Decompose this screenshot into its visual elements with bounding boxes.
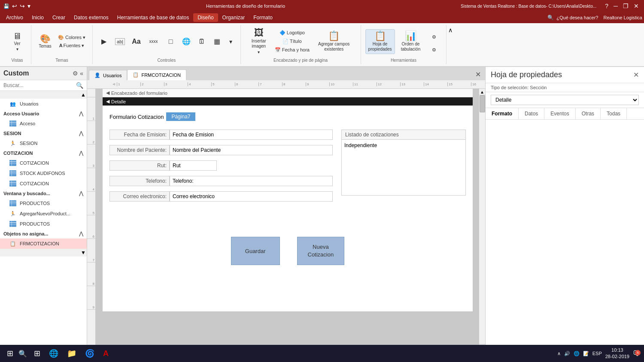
btn-guardar[interactable]: Guardar: [231, 237, 280, 265]
ribbon-collapse-btn[interactable]: ∧: [447, 25, 454, 35]
imagen-dropdown[interactable]: ▾: [258, 50, 260, 54]
ribbon-btn-colores[interactable]: 🎨 Colores ▾: [55, 34, 88, 41]
tab-close-main[interactable]: ✕: [473, 69, 483, 80]
panel-settings-icon[interactable]: ⚙: [73, 70, 78, 77]
taskbar-search-icon[interactable]: 🔍: [18, 350, 27, 358]
nav-item-agregar[interactable]: 🏃 AgregarNuevoProduct...: [0, 208, 87, 219]
ribbon-btn-fuentes[interactable]: A Fuentes ▾: [55, 42, 88, 49]
ribbon-btn-insertar-imagen[interactable]: 🖼 Insertarimagen ▾: [249, 27, 269, 56]
properties-tab-datos[interactable]: Datos: [519, 108, 544, 119]
ribbon-btn-tool1[interactable]: ⚙: [426, 29, 442, 45]
menu-archivo[interactable]: Archivo: [2, 13, 27, 22]
scroll-thumb[interactable]: [480, 95, 485, 112]
nav-scroll-down[interactable]: ▼: [81, 250, 86, 256]
ribbon-btn-logotipo[interactable]: 🔷 Logotipo: [272, 29, 312, 36]
chevron-icon: ⋀: [79, 111, 83, 117]
properties-tab-eventos[interactable]: Eventos: [544, 108, 575, 119]
nav-section-ventana[interactable]: Ventana y buscado... ⋀: [0, 189, 87, 198]
tab-usuarios[interactable]: 👤 Usuarios: [89, 70, 127, 80]
ribbon-btn-orden-tabulacion[interactable]: 📊 Orden detabulación: [398, 30, 423, 54]
nav-item-productos-1[interactable]: PRODUCTOS: [0, 198, 87, 208]
menu-diseno[interactable]: Diseño: [193, 13, 218, 22]
close-button[interactable]: ✕: [632, 3, 641, 9]
taskbar-item-access[interactable]: A: [100, 347, 112, 360]
help-button[interactable]: ?: [603, 3, 610, 9]
svg-rect-4: [9, 160, 16, 166]
taskbar-tray-sound[interactable]: 🔊: [564, 351, 570, 356]
taskbar-notification[interactable]: 🗨 5: [633, 349, 641, 358]
ribbon-btn-ver[interactable]: 🖥 Ver ▾: [8, 30, 27, 53]
ribbon-btn-more-controls[interactable]: ▾: [226, 36, 236, 47]
ribbon-btn-titulo[interactable]: 📄 Título: [272, 38, 312, 45]
ribbon-btn-fecha[interactable]: 📅 Fecha y hora: [272, 46, 312, 54]
redo-btn[interactable]: ↪: [20, 3, 25, 9]
menu-datos-externos[interactable]: Datos externos: [70, 13, 113, 22]
ribbon-btn-web[interactable]: 🌐: [179, 36, 193, 47]
taskbar-item-taskview[interactable]: ⊞: [30, 347, 44, 360]
ribbon-btn-textbox[interactable]: ab|: [112, 36, 128, 47]
field-input-correo[interactable]: [170, 191, 333, 202]
ribbon-btn-hoja-propiedades[interactable]: 📋 Hoja depropiedades: [365, 29, 395, 54]
search-input[interactable]: [3, 82, 76, 88]
nav-section-cotizacion[interactable]: COTIZACION ⋀: [0, 148, 87, 158]
field-input-fecha[interactable]: [170, 130, 333, 140]
taskbar-item-explorer[interactable]: 📁: [64, 347, 80, 360]
nav-item-cotizacion-2[interactable]: COTIZACION: [0, 178, 87, 189]
ver-dropdown[interactable]: ▾: [16, 47, 18, 51]
nav-item-frmcotizacion[interactable]: 📋 FRMCOTIZACION: [0, 238, 87, 249]
scroll-up-arrow[interactable]: ▲: [479, 89, 485, 95]
ribbon-btn-select[interactable]: ▶: [97, 36, 111, 47]
nav-item-sesion[interactable]: 🏃 SESION: [0, 138, 87, 148]
ribbon-btn-agregar-campos[interactable]: 📋 Agregar camposexistentes: [316, 30, 352, 54]
taskbar-item-chrome[interactable]: 🌀: [82, 347, 98, 360]
field-input-telefono[interactable]: [170, 176, 333, 186]
ribbon-group-herramientas-label: Herramientas: [391, 56, 416, 63]
tab-frmcotizacion[interactable]: 📋 FRMCOTIZACION: [127, 69, 186, 80]
ribbon-btn-label[interactable]: Aa: [129, 36, 143, 47]
nav-section-acceso-usuario[interactable]: Acceso Usuario ⋀: [0, 109, 87, 118]
taskbar-tray-keyboard[interactable]: 📝: [583, 351, 589, 356]
field-input-nombre[interactable]: [170, 145, 333, 155]
listbox-content[interactable]: Independiente: [341, 140, 466, 196]
properties-tab-todas[interactable]: Todas: [601, 108, 627, 119]
panel-collapse-icon[interactable]: «: [80, 70, 83, 77]
nav-item-usuarios[interactable]: 👥 Usuarios: [0, 99, 87, 109]
nav-item-cotizacion-1[interactable]: COTIZACION: [0, 158, 87, 168]
menu-herramientas-bd[interactable]: Herramientas de base de datos: [113, 13, 193, 22]
properties-tab-otras[interactable]: Otras: [576, 108, 601, 119]
ribbon-btn-combo[interactable]: 🗓: [195, 36, 209, 47]
menu-organizar[interactable]: Organizar: [218, 13, 249, 22]
taskbar-tray-expand[interactable]: ∧: [557, 351, 561, 356]
form-page-button[interactable]: Página7: [166, 112, 195, 121]
undo-btn[interactable]: ↩: [12, 3, 17, 9]
minimize-button[interactable]: ─: [612, 3, 620, 9]
nav-item-stock[interactable]: STOCK AUDIFONOS: [0, 168, 87, 178]
menu-crear[interactable]: Crear: [48, 13, 70, 22]
nav-item-productos-2[interactable]: PRODUCTOS: [0, 219, 87, 229]
taskbar-item-edge[interactable]: 🌐: [46, 347, 62, 360]
svg-rect-0: [9, 121, 16, 127]
properties-close-btn[interactable]: ✕: [633, 71, 639, 79]
nav-section-objetos[interactable]: Objetos no asigna... ⋀: [0, 229, 87, 238]
nav-section-sesion[interactable]: SESION ⋀: [0, 129, 87, 138]
quick-access[interactable]: ▾: [27, 3, 30, 9]
nav-scroll-up[interactable]: ▲: [81, 92, 86, 98]
properties-dropdown[interactable]: Detalle: [491, 95, 639, 105]
taskbar-tray-network[interactable]: 🌐: [574, 351, 580, 356]
nav-item-usuarios-label: Usuarios: [20, 101, 38, 106]
ribbon-btn-rect[interactable]: □: [164, 36, 178, 47]
ribbon-btn-tool2[interactable]: ⚙: [426, 46, 442, 54]
ribbon-btn-temas[interactable]: 🎨 Temas: [36, 33, 55, 50]
taskbar-start-button[interactable]: ⊞: [3, 347, 17, 360]
field-label-correo: Correo electronico:: [109, 191, 170, 202]
search-icon[interactable]: 🔍: [76, 82, 83, 89]
menu-inicio[interactable]: Inicio: [27, 13, 48, 22]
menu-formato[interactable]: Formato: [249, 13, 277, 22]
ribbon-btn-button[interactable]: xxxx: [145, 37, 162, 45]
field-input-rut[interactable]: [170, 160, 217, 171]
maximize-button[interactable]: ❐: [621, 3, 630, 9]
btn-nueva-cotizacion[interactable]: NuevaCotizacion: [297, 237, 345, 265]
ribbon-btn-subform[interactable]: ▦: [210, 36, 224, 47]
properties-tab-formato[interactable]: Formato: [486, 108, 519, 119]
nav-item-acceso[interactable]: Acceso: [0, 118, 87, 129]
